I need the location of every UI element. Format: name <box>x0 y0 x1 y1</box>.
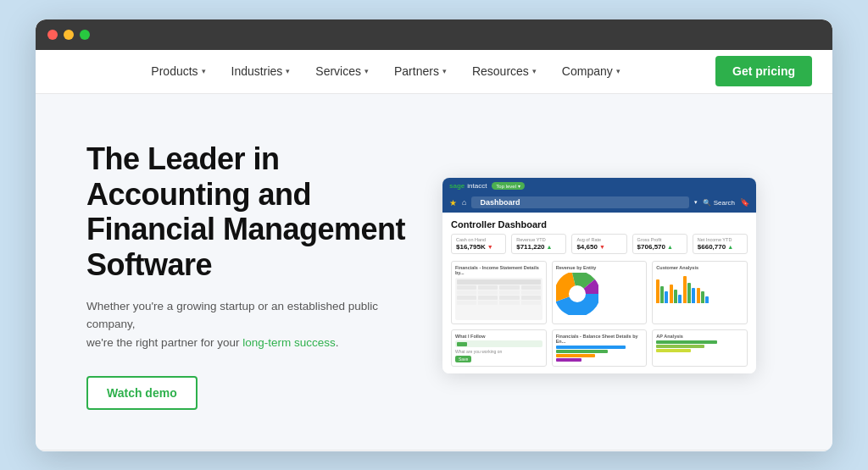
trend-up-icon: ▲ <box>547 244 553 250</box>
kpi-income-label: Net Income YTD <box>698 237 743 242</box>
close-dot[interactable] <box>47 30 58 40</box>
kpi-profit-value: $706,570 ▲ <box>637 243 682 251</box>
bottom-row: What I Follow What are you working on Sa… <box>451 329 748 367</box>
subtitle-link[interactable]: long-term success <box>242 336 336 349</box>
chart-ap-analysis: AP Analysis <box>652 329 748 367</box>
nav-item-partners[interactable]: Partners ▾ <box>382 58 459 85</box>
kpi-cash: Cash on Hand $16,795K ▼ <box>451 234 506 254</box>
nav-item-products[interactable]: Products ▾ <box>139 58 217 85</box>
chart1-title: Financials - Income Statement Details by… <box>455 265 542 275</box>
nav-items: Products ▾ Industries ▾ Services ▾ Partn… <box>56 58 715 85</box>
kpi-rate-label: Avg of Rate <box>576 237 621 242</box>
db-content: Controller Dashboard Cash on Hand $16,79… <box>442 213 756 373</box>
kpi-revenue-label: Revenue YTD <box>516 237 561 242</box>
kpi-income: Net Income YTD $660,770 ▲ <box>693 234 748 254</box>
subtitle-part1: Whether you're a growing startup or an e… <box>86 300 378 331</box>
search-icon: 🔍 <box>703 199 711 207</box>
watch-demo-button[interactable]: Watch demo <box>86 376 198 410</box>
kpi-cash-value: $16,795K ▼ <box>456 243 501 251</box>
chevron-down-icon: ▾ <box>202 67 206 75</box>
db-topbar: sage intacct Top level ▾ <box>442 178 756 194</box>
nav-label-resources: Resources <box>472 64 529 78</box>
hero-section: The Leader in Accounting and Financial M… <box>36 94 832 450</box>
nav-item-services[interactable]: Services ▾ <box>303 58 381 85</box>
bar-group-1 <box>656 279 668 303</box>
widget-title: What I Follow <box>455 334 542 339</box>
trend-up-icon: ▲ <box>727 244 733 250</box>
db-section-label: Dashboard <box>471 196 688 208</box>
nav-item-resources[interactable]: Resources ▾ <box>460 58 548 85</box>
kpi-revenue: Revenue YTD $711,220 ▲ <box>511 234 566 254</box>
nav-label-partners: Partners <box>394 64 439 78</box>
db-search[interactable]: 🔍 Search <box>703 199 735 207</box>
home-icon: ⌂ <box>462 198 466 207</box>
minimize-dot[interactable] <box>64 30 74 40</box>
sage-logo-text: sage <box>449 182 465 190</box>
bar-group-4 <box>697 288 709 303</box>
browser-window: Products ▾ Industries ▾ Services ▾ Partn… <box>36 19 832 451</box>
chevron-down-icon: ▾ <box>364 67 369 75</box>
chart5-title: AP Analysis <box>656 334 743 339</box>
kpi-revenue-value: $711,220 ▲ <box>516 243 561 251</box>
charts-row: Financials - Income Statement Details by… <box>451 261 748 324</box>
main-nav: Products ▾ Industries ▾ Services ▾ Partn… <box>36 50 832 94</box>
chevron-down-icon: ▾ <box>442 67 447 75</box>
maximize-dot[interactable] <box>80 30 90 40</box>
kpi-cash-label: Cash on Hand <box>456 237 501 242</box>
chart3-title: Customer Analysis <box>656 265 743 270</box>
trend-up-icon: ▲ <box>667 244 673 250</box>
bar-chart <box>656 273 743 303</box>
db-logo: sage intacct <box>449 182 487 190</box>
balance-sheet-bars <box>556 346 643 362</box>
top-level-badge: Top level ▾ <box>492 182 525 190</box>
pie-chart-svg <box>556 273 598 315</box>
bookmark-icon: 🔖 <box>740 198 749 207</box>
subtitle-part2: we're the right partner for your <box>86 336 242 349</box>
nav-label-services: Services <box>315 64 361 78</box>
top-level-label: Top level <box>496 184 516 189</box>
search-label: Search <box>714 199 735 207</box>
widget-what-i-follow: What I Follow What are you working on Sa… <box>451 329 547 367</box>
kpi-profit: Gross Profit $706,570 ▲ <box>632 234 687 254</box>
db-title-bar: ★ ⌂ Dashboard ▾ 🔍 Search 🔖 <box>442 194 756 213</box>
chart-revenue-entity: Revenue by Entity <box>552 261 648 324</box>
chart4-title: Financials - Balance Sheet Details by En… <box>556 334 643 344</box>
widget-content: What are you working on Save <box>455 340 542 362</box>
intacct-logo-text: intacct <box>467 182 487 190</box>
nav-item-company[interactable]: Company ▾ <box>550 58 632 85</box>
kpi-rate-value: $4,650 ▼ <box>576 243 621 251</box>
chart-customer-analysis: Customer Analysis <box>652 261 748 324</box>
dashboard-heading: Controller Dashboard <box>451 219 748 229</box>
chevron-down-icon: ▾ <box>518 183 520 189</box>
kpi-profit-label: Gross Profit <box>637 237 682 242</box>
get-pricing-button[interactable]: Get pricing <box>715 56 812 86</box>
star-icon: ★ <box>449 198 457 207</box>
chart-income-statement: Financials - Income Statement Details by… <box>451 261 547 324</box>
trend-down-icon: ▼ <box>599 244 605 250</box>
chevron-down-icon: ▾ <box>616 67 620 75</box>
kpi-income-value: $660,770 ▲ <box>698 243 743 251</box>
chevron-down-icon: ▾ <box>694 199 698 206</box>
subtitle-period: . <box>336 336 339 349</box>
bar-group-3 <box>683 276 695 303</box>
nav-label-company: Company <box>562 64 613 78</box>
bottom-strip <box>36 450 832 451</box>
browser-titlebar <box>36 19 832 50</box>
hero-text: The Leader in Accounting and Financial M… <box>86 141 409 409</box>
trend-down-icon: ▼ <box>487 244 493 250</box>
svg-point-4 <box>569 285 586 302</box>
nav-label-industries: Industries <box>231 64 283 78</box>
bar-group-2 <box>670 285 682 303</box>
nav-label-products: Products <box>151 64 198 78</box>
dashboard-mockup: sage intacct Top level ▾ ★ ⌂ Dashboard ▾… <box>442 178 756 373</box>
ap-bars <box>656 340 743 352</box>
nav-item-industries[interactable]: Industries ▾ <box>220 58 303 85</box>
chevron-down-icon: ▾ <box>286 67 290 75</box>
chart2-title: Revenue by Entity <box>556 265 643 270</box>
kpi-rate: Avg of Rate $4,650 ▼ <box>571 234 626 254</box>
chart-balance-sheet: Financials - Balance Sheet Details by En… <box>552 329 648 367</box>
kpi-row: Cash on Hand $16,795K ▼ Revenue YTD $711… <box>451 234 748 254</box>
chevron-down-icon: ▾ <box>532 67 537 75</box>
hero-subtitle: Whether you're a growing startup or an e… <box>86 297 409 352</box>
hero-title: The Leader in Accounting and Financial M… <box>86 141 409 282</box>
